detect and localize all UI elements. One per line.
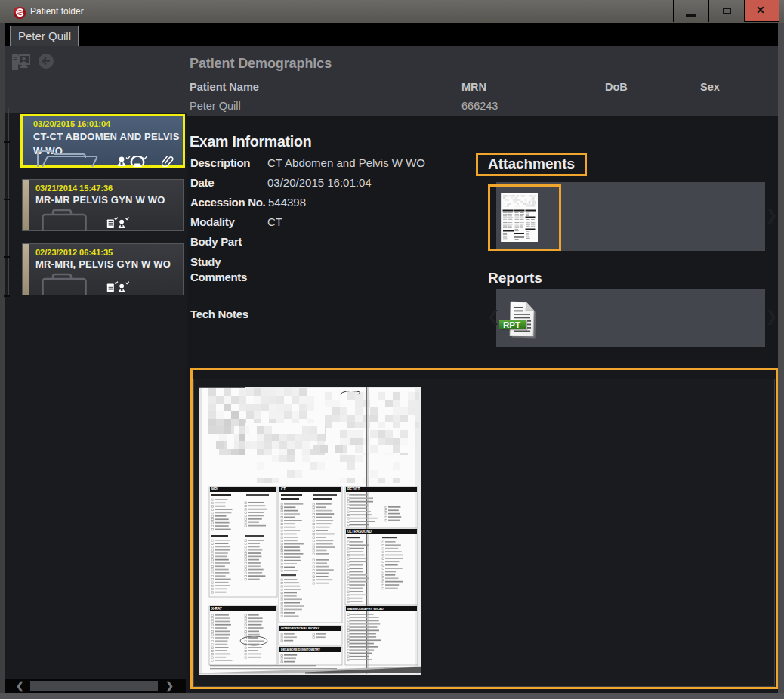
svg-text:CT: CT	[281, 487, 286, 491]
svg-text:RPT: RPT	[503, 320, 520, 329]
svg-text:INTERVENTIONAL BIOPSY: INTERVENTIONAL BIOPSY	[281, 626, 320, 630]
svg-text:MRI: MRI	[211, 487, 218, 491]
svg-text:DEXA BONE DENSITOMETRY: DEXA BONE DENSITOMETRY	[281, 648, 320, 651]
svg-text:MAMMOGRAPHY W/CAD: MAMMOGRAPHY W/CAD	[347, 607, 384, 611]
svg-text:ULTRASOUND: ULTRASOUND	[347, 530, 372, 534]
svg-text:X-RAY: X-RAY	[211, 607, 222, 611]
svg-text:PET/CT: PET/CT	[347, 487, 360, 491]
